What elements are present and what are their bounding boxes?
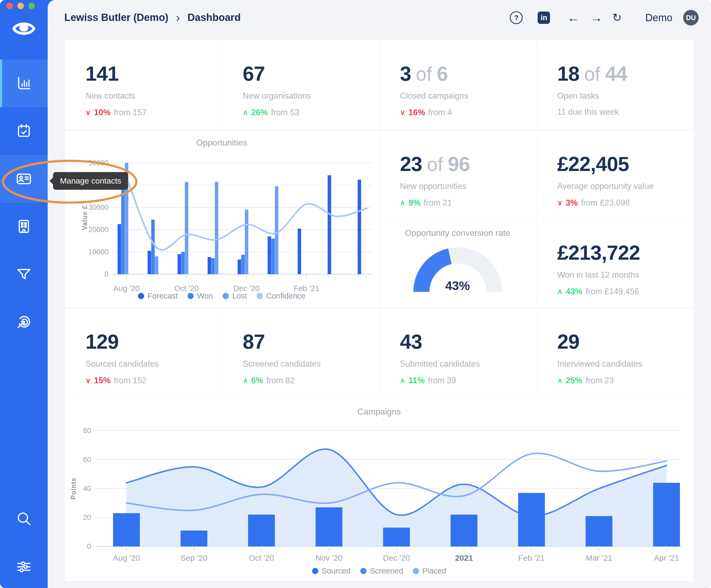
trend-up-icon: ∧ [400, 376, 405, 385]
breadcrumb-account[interactable]: Lewiss Butler (Demo) [64, 12, 169, 23]
trend-up-icon: ∧ [557, 376, 563, 385]
svg-text:0: 0 [87, 542, 91, 550]
delta-percent: 3% [566, 198, 578, 208]
delta-percent: 15% [94, 376, 111, 385]
stat-label: Won in last 12 months [557, 270, 688, 280]
delta-percent: 6% [251, 376, 263, 385]
calendar-check-icon [16, 123, 32, 139]
opportunities-bar [238, 259, 241, 274]
stat-value: £22,405 [557, 152, 629, 175]
sidebar-item-dashboard[interactable] [0, 60, 48, 107]
stat-delta: ∨ 16% from 4 [400, 108, 531, 118]
header-actions: ? in ← → ↻ Demo DU [510, 9, 699, 26]
of-label: of [427, 153, 443, 175]
main-content: Lewiss Butler (Demo) › Dashboard ? in ← … [48, 0, 711, 588]
delta-percent: 16% [409, 108, 425, 118]
gauge-value: 43% [379, 278, 536, 293]
app-window: Lewiss Butler (Demo) › Dashboard ? in ← … [0, 0, 711, 588]
campaigns-bar [113, 513, 140, 546]
opportunities-bar [215, 182, 218, 274]
opportunities-bar [117, 224, 121, 274]
delta-percent: 26% [251, 108, 268, 118]
sidebar-item-search[interactable] [0, 495, 48, 542]
sidebar-item-calendar[interactable] [0, 107, 48, 155]
trend-up-icon: ∧ [400, 198, 405, 207]
stat-value: 29 [557, 330, 579, 353]
stat-delta: ∧ 25% from 23 [557, 376, 688, 385]
minimize-window-icon[interactable] [17, 3, 24, 9]
svg-text:Apr '21: Apr '21 [654, 553, 679, 562]
bar-chart-icon [16, 75, 32, 92]
stat-delta: ∧ 6% from 82 [243, 376, 373, 385]
breadcrumb-page[interactable]: Dashboard [188, 12, 241, 23]
stat-value: 3 [400, 62, 411, 85]
opportunities-bar [272, 238, 275, 274]
opportunities-bar [298, 229, 301, 274]
chevron-right-icon: › [176, 11, 180, 24]
legend-item[interactable]: Confidence [257, 292, 306, 300]
stat-card-submitted-candidates: 43 Submitted candidates ∧ 11% from 39 [379, 308, 536, 397]
of-label: of [584, 63, 600, 85]
legend-item[interactable]: Lost [223, 292, 247, 300]
campaigns-bar [653, 483, 680, 546]
legend-label: Confidence [266, 292, 306, 300]
stat-value: 43 [400, 330, 422, 353]
delta-from: from 82 [266, 376, 295, 385]
sidebar-item-settings[interactable] [0, 543, 48, 588]
campaigns-bar [451, 514, 477, 546]
account-menu-label[interactable]: Demo [645, 12, 672, 24]
dashboard-grid: 141 New contacts ∨ 10% from 157 67 New o… [64, 40, 694, 584]
stat-value: 23 [400, 152, 422, 175]
traffic-lights [6, 3, 35, 9]
forward-arrow-icon[interactable]: → [590, 12, 603, 24]
campaigns-bar [383, 528, 410, 546]
sidebar [0, 0, 48, 588]
legend-item[interactable]: Screened [360, 567, 403, 575]
help-icon[interactable]: ? [510, 11, 523, 24]
legend-item[interactable]: Placed [413, 567, 446, 575]
delta-percent: 10% [94, 108, 111, 118]
sidebar-item-pipeline[interactable] [0, 250, 48, 298]
stat-label: New organisations [243, 91, 373, 101]
sidebar-item-contacts[interactable] [0, 155, 48, 203]
legend-item[interactable]: Sourced [312, 567, 351, 575]
legend-item[interactable]: Forecast [138, 292, 178, 300]
opportunities-bar [178, 254, 181, 274]
legend-dot [138, 293, 144, 299]
stat-card-interviewed-candidates: 29 Interviewed candidates ∧ 25% from 23 [536, 308, 694, 397]
linkedin-icon[interactable]: in [538, 12, 550, 24]
back-arrow-icon[interactable]: ← [567, 12, 579, 24]
svg-text:0: 0 [105, 270, 108, 278]
svg-text:Sep '20: Sep '20 [180, 553, 208, 562]
stat-value: 18 [557, 62, 579, 85]
legend-dot [413, 568, 419, 574]
opportunities-bar [267, 236, 271, 274]
campaigns-chart-card: Campaigns 020406080PointsAug '20Sep '20O… [64, 396, 694, 581]
gauge-svg [379, 219, 537, 308]
svg-text:40: 40 [83, 485, 91, 492]
stat-delta: ∨ 10% from 157 [85, 108, 216, 118]
opportunities-legend: ForecastWonLostConfidence [65, 292, 379, 300]
svg-text:10000: 10000 [88, 248, 108, 256]
avatar[interactable]: DU [683, 10, 699, 25]
stat-delta: ∧ 26% from 53 [243, 108, 373, 118]
opportunities-bar [275, 186, 278, 274]
opportunities-bar [181, 252, 185, 274]
refresh-icon[interactable]: ↻ [612, 12, 622, 23]
stat-delta: ∧ 9% from 21 [400, 198, 531, 208]
opportunities-bar [245, 210, 248, 274]
delta-percent: 11% [409, 376, 425, 385]
campaigns-chart-svg: 020406080PointsAug '20Sep '20Oct '20Nov … [65, 397, 694, 582]
app-logo-eye-icon[interactable] [0, 20, 48, 38]
svg-text:20: 20 [83, 513, 91, 522]
delta-percent: 9% [409, 198, 421, 208]
delta-from: from 39 [428, 376, 456, 385]
svg-text:2021: 2021 [455, 553, 473, 562]
sidebar-item-campaigns[interactable] [0, 298, 48, 346]
close-window-icon[interactable] [6, 3, 13, 9]
legend-item[interactable]: Won [188, 292, 213, 300]
trend-up-icon: ∧ [557, 287, 563, 296]
trend-down-icon: ∨ [557, 198, 563, 207]
sidebar-item-organisations[interactable] [0, 203, 48, 250]
zoom-window-icon[interactable] [28, 3, 35, 9]
